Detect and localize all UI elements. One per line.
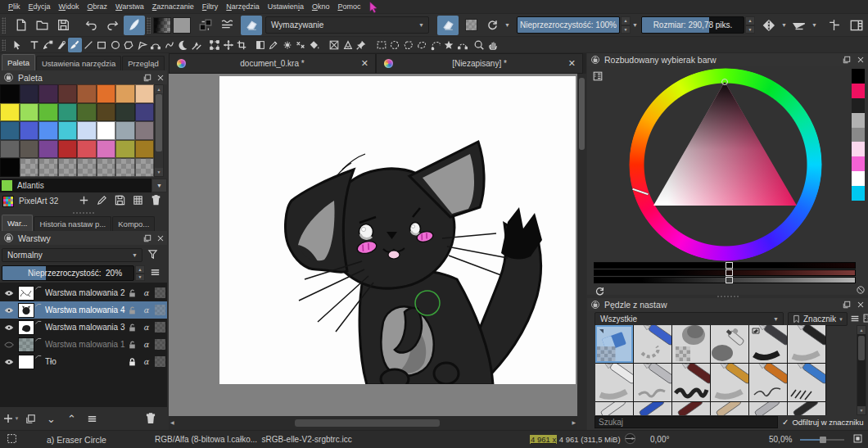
tool-assistants[interactable] xyxy=(341,38,355,52)
history-swatch[interactable] xyxy=(852,142,865,156)
palette-swatch[interactable] xyxy=(58,121,78,140)
layer-row[interactable]: Warstwa malowania 4α xyxy=(0,301,167,319)
palette-swatch-empty[interactable] xyxy=(97,158,116,177)
visibility-on-icon[interactable] xyxy=(0,287,18,299)
opacity-spinner[interactable]: ▲▼ xyxy=(621,16,631,34)
close-document-icon[interactable]: ✕ xyxy=(568,58,576,69)
palette-select[interactable]: Atlantis▼ xyxy=(0,179,167,192)
filter-tag-checkbox[interactable]: ✓ xyxy=(782,418,789,427)
canvas-page[interactable] xyxy=(219,76,576,384)
canvas-area[interactable] xyxy=(169,74,577,437)
brush-preset-pen-steel[interactable] xyxy=(749,402,787,415)
document-tab[interactable]: document_0.kra *✕ xyxy=(169,53,376,74)
tool-gradient[interactable] xyxy=(254,38,268,52)
tool-select-rect[interactable] xyxy=(375,38,389,52)
inherit-alpha-icon[interactable] xyxy=(153,322,167,333)
palette-swatch[interactable] xyxy=(20,103,39,122)
docker-lock-icon[interactable] xyxy=(3,233,14,243)
brush-preset-marker-chisel[interactable] xyxy=(788,325,825,363)
alpha-lock-icon[interactable]: α xyxy=(139,340,153,349)
palette-swatch[interactable] xyxy=(97,84,116,103)
history-swatch[interactable] xyxy=(852,156,865,171)
tool-line[interactable] xyxy=(82,38,96,52)
brush-preset-brush-curve[interactable] xyxy=(788,402,825,415)
tool-polyline[interactable] xyxy=(136,38,150,52)
palette-swatch[interactable] xyxy=(0,121,20,140)
redo-button[interactable] xyxy=(102,16,123,35)
gradient-chooser[interactable] xyxy=(153,17,171,34)
shade-bar-2[interactable] xyxy=(594,269,856,276)
preserve-alpha-button[interactable] xyxy=(460,16,481,35)
palette-swatch[interactable] xyxy=(77,121,97,140)
palette-swatch[interactable] xyxy=(97,103,116,122)
scroll-right-icon[interactable]: ▶ xyxy=(572,419,576,425)
brush-preset-marker-dark[interactable] xyxy=(749,325,787,363)
close-docker-button[interactable] xyxy=(853,300,868,310)
visibility-off-icon[interactable] xyxy=(0,339,18,351)
brush-preset-pencil-white[interactable] xyxy=(595,402,633,415)
menu-okno[interactable]: Okno xyxy=(308,2,334,11)
save-palette-button[interactable] xyxy=(114,194,126,208)
tab-kompo-[interactable]: Kompo... xyxy=(112,216,155,231)
float-docker-button[interactable] xyxy=(141,233,154,243)
layer-opacity-slider[interactable]: Nieprzezroczystość: 20% xyxy=(2,265,134,281)
size-spinner[interactable]: ▲▼ xyxy=(745,16,755,34)
tool-freehand-path[interactable] xyxy=(163,38,177,52)
visibility-on-icon[interactable] xyxy=(0,305,18,316)
layer-row[interactable]: Tłoα xyxy=(0,353,167,370)
status-colorspace[interactable]: RGB/Alfa (8-bitowa l.całko... sRGB-elle-… xyxy=(155,435,352,444)
brush-scrollbar[interactable]: ▲▼ xyxy=(857,325,866,415)
tool-transform[interactable] xyxy=(208,38,222,52)
tool-dynamic-brush[interactable] xyxy=(176,38,190,52)
layer-row[interactable]: Warstwa malowania 3α xyxy=(0,319,167,336)
palette-swatch[interactable] xyxy=(115,140,135,159)
visibility-on-icon[interactable] xyxy=(0,322,18,333)
menu-pomoc[interactable]: Pomoc xyxy=(333,2,364,11)
palette-swatch-empty[interactable] xyxy=(135,158,155,177)
menu-ustawienia[interactable]: Ustawienia xyxy=(264,2,308,11)
inherit-alpha-icon[interactable] xyxy=(153,339,167,350)
docker-lock-icon[interactable] xyxy=(3,72,14,83)
reload-preset-button[interactable] xyxy=(481,16,503,35)
layer-filter-button[interactable] xyxy=(147,248,159,262)
toolbox-grip[interactable] xyxy=(2,39,6,51)
toolbar-grip-2[interactable] xyxy=(147,17,151,34)
tool-text[interactable] xyxy=(28,38,42,52)
layer-row[interactable]: Warstwa malowania 1α xyxy=(0,336,167,353)
palette-swatch[interactable] xyxy=(0,84,20,103)
tool-move[interactable] xyxy=(222,38,236,52)
tool-polygon[interactable] xyxy=(122,38,136,52)
shade-bar-3[interactable] xyxy=(594,277,856,283)
lock-open-icon[interactable] xyxy=(125,322,139,333)
tool-smart-patch[interactable] xyxy=(294,38,308,52)
tab-przegl-d[interactable]: Przegląd xyxy=(122,56,165,70)
duplicate-layer-button[interactable] xyxy=(20,413,41,425)
tool-edit-shapes[interactable] xyxy=(41,38,55,52)
brush-filter-combo[interactable]: Wszystkie▼ xyxy=(594,312,784,326)
palette-swatch[interactable] xyxy=(135,140,155,159)
brush-preset-eraser-soft[interactable] xyxy=(634,325,671,363)
undo-button[interactable] xyxy=(80,16,102,35)
sv-triangle[interactable] xyxy=(629,68,822,261)
reload-dropdown-arrow[interactable]: ▼ xyxy=(503,22,512,28)
menu-narzędzia[interactable]: Narzędzia xyxy=(222,2,264,11)
close-document-icon[interactable]: ✕ xyxy=(361,58,368,69)
history-swatch[interactable] xyxy=(852,113,865,128)
tool-select-polygon[interactable] xyxy=(402,38,416,52)
brush-preset-pen-blue-2[interactable] xyxy=(634,402,671,415)
close-docker-button[interactable] xyxy=(154,233,167,243)
tab-paleta[interactable]: Paleta xyxy=(2,54,35,70)
tool-color-sampler[interactable] xyxy=(267,38,281,52)
palette-swatch[interactable] xyxy=(58,140,78,159)
palette-swatch[interactable] xyxy=(58,103,78,122)
color-wheel[interactable] xyxy=(629,68,822,261)
mirror-h-dropdown[interactable]: ▼ xyxy=(780,22,789,28)
lock-open-icon[interactable] xyxy=(125,339,139,350)
shade-bar-1[interactable] xyxy=(594,262,856,269)
palette-swatch[interactable] xyxy=(20,121,39,140)
history-swatch[interactable] xyxy=(852,69,865,84)
palette-swatch[interactable] xyxy=(0,103,20,122)
fg-bg-colors[interactable] xyxy=(195,16,216,35)
move-layer-up-button[interactable]: ⌃ xyxy=(61,413,82,425)
menu-edycja[interactable]: Edycja xyxy=(25,2,55,11)
